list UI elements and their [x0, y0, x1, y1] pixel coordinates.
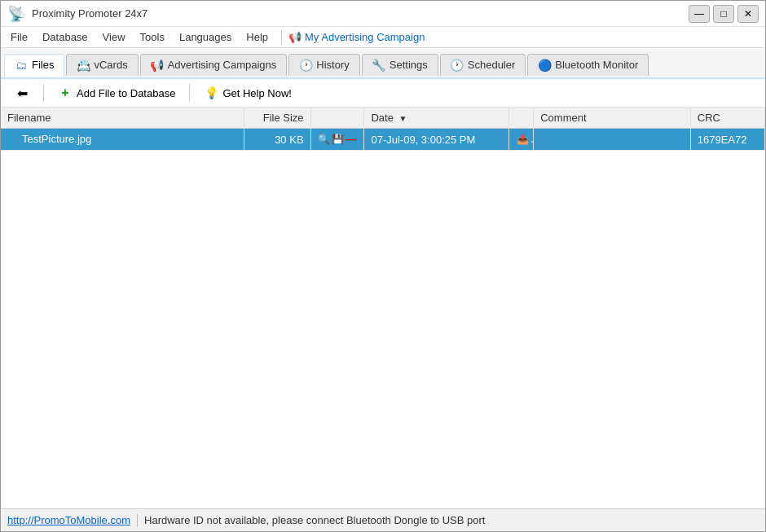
tab-scheduler[interactable]: 🕐 Scheduler — [440, 54, 526, 76]
cell-date: 07-Jul-09, 3:00:25 PM — [364, 129, 508, 151]
save-file-icon[interactable]: 💾 — [332, 132, 344, 147]
tab-settings[interactable]: 🔧 Settings — [362, 54, 438, 76]
toolbar-separator-2 — [189, 84, 190, 102]
maximize-button[interactable]: □ — [713, 5, 734, 23]
tab-vcards-label: vCards — [94, 59, 127, 71]
bluetooth-tab-icon: 🔵 — [538, 59, 551, 72]
history-tab-icon: 🕐 — [299, 59, 312, 72]
col-header-comment[interactable]: Comment — [534, 108, 691, 129]
get-help-label: Get Help Now! — [222, 87, 292, 99]
tab-files[interactable]: 🗂 Files — [4, 54, 64, 77]
menu-file[interactable]: File — [4, 29, 34, 46]
tab-advertising-label: Advertising Campaigns — [168, 59, 277, 71]
cell-comment — [534, 129, 691, 151]
file-table: Filename File Size Date ▼ Comment CRC Te… — [1, 108, 765, 151]
add-file-label: Add File to Database — [77, 87, 175, 99]
table-row[interactable]: TestPicture.jpg30 KB 🔍 💾 — 07-Jul-09, 3:… — [1, 129, 765, 151]
menu-tools[interactable]: Tools — [134, 29, 171, 46]
add-file-button[interactable]: + Add File to Database — [49, 82, 184, 103]
cell-crc: 1679EA72 — [690, 129, 764, 151]
export-file-icon[interactable]: 📤 — [516, 132, 530, 147]
campaign-link[interactable]: 📢 My Advertising Campaign — [288, 31, 425, 43]
add-icon: + — [58, 86, 73, 100]
close-button[interactable]: ✕ — [737, 5, 759, 23]
date-sort-arrow: ▼ — [399, 114, 407, 123]
menu-database[interactable]: Database — [36, 29, 95, 46]
menu-view[interactable]: View — [96, 29, 132, 46]
advertising-tab-icon: 📢 — [151, 59, 164, 72]
status-separator — [137, 514, 138, 527]
menu-separator — [281, 30, 282, 45]
col-header-filename[interactable]: Filename — [1, 108, 244, 129]
table-header-row: Filename File Size Date ▼ Comment CRC — [1, 108, 765, 129]
vcards-tab-icon: 📇 — [77, 59, 90, 72]
tab-bluetooth-label: Bluetooth Monitor — [555, 59, 638, 71]
col-header-actions — [310, 108, 364, 129]
scheduler-tab-icon: 🕐 — [451, 59, 464, 72]
col-header-export — [508, 108, 533, 129]
toolbar: ⬅ + Add File to Database 💡 Get Help Now! — [1, 79, 765, 108]
minimize-button[interactable]: — — [689, 5, 710, 23]
filename-text: TestPicture.jpg — [22, 133, 91, 145]
menu-bar: File Database View Tools Languages Help … — [1, 27, 765, 48]
status-link[interactable]: http://PromoToMobile.com — [7, 514, 130, 526]
get-help-button[interactable]: 💡 Get Help Now! — [195, 82, 301, 103]
file-row-icon — [7, 134, 19, 146]
window-controls: — □ ✕ — [689, 5, 759, 23]
tab-files-label: Files — [32, 59, 54, 71]
settings-tab-icon: 🔧 — [372, 59, 385, 72]
tab-bluetooth-monitor[interactable]: 🔵 Bluetooth Monitor — [527, 54, 649, 76]
delete-file-icon[interactable]: — — [346, 132, 358, 147]
title-bar: 📡 Proximity Promoter 24x7 — □ ✕ — [1, 1, 765, 27]
cell-filename: TestPicture.jpg — [1, 129, 244, 151]
col-header-crc[interactable]: CRC — [690, 108, 764, 129]
status-bar: http://PromoToMobile.com Hardware ID not… — [1, 508, 765, 531]
window-title: Proximity Promoter 24x7 — [32, 7, 147, 20]
menu-help[interactable]: Help — [240, 29, 275, 46]
campaign-label: My Advertising Campaign — [305, 31, 425, 43]
files-tab-icon: 🗂 — [15, 59, 28, 72]
menu-languages[interactable]: Languages — [173, 29, 238, 46]
cell-actions: 🔍 💾 — — [310, 129, 364, 151]
col-header-filesize[interactable]: File Size — [244, 108, 310, 129]
tab-advertising-campaigns[interactable]: 📢 Advertising Campaigns — [140, 54, 288, 76]
tab-history[interactable]: 🕐 History — [288, 54, 359, 76]
cell-export: 📤 — [508, 129, 533, 151]
toolbar-separator-1 — [43, 84, 44, 102]
tab-settings-label: Settings — [390, 59, 428, 71]
tab-history-label: History — [316, 59, 349, 71]
tab-bar: 🗂 Files 📇 vCards 📢 Advertising Campaigns… — [1, 48, 765, 79]
table-body: TestPicture.jpg30 KB 🔍 💾 — 07-Jul-09, 3:… — [1, 129, 765, 151]
col-header-date[interactable]: Date ▼ — [364, 108, 508, 129]
help-icon: 💡 — [204, 86, 218, 100]
search-file-icon[interactable]: 🔍 — [318, 132, 330, 147]
campaign-icon: 📢 — [288, 31, 302, 43]
app-icon: 📡 — [7, 5, 25, 23]
back-button[interactable]: ⬅ — [6, 82, 38, 103]
back-icon: ⬅ — [15, 86, 29, 100]
cell-filesize: 30 KB — [244, 129, 310, 151]
status-message: Hardware ID not available, please connec… — [144, 514, 485, 526]
file-table-container: Filename File Size Date ▼ Comment CRC Te… — [1, 108, 765, 508]
tab-vcards[interactable]: 📇 vCards — [66, 54, 138, 76]
tab-scheduler-label: Scheduler — [468, 59, 516, 71]
